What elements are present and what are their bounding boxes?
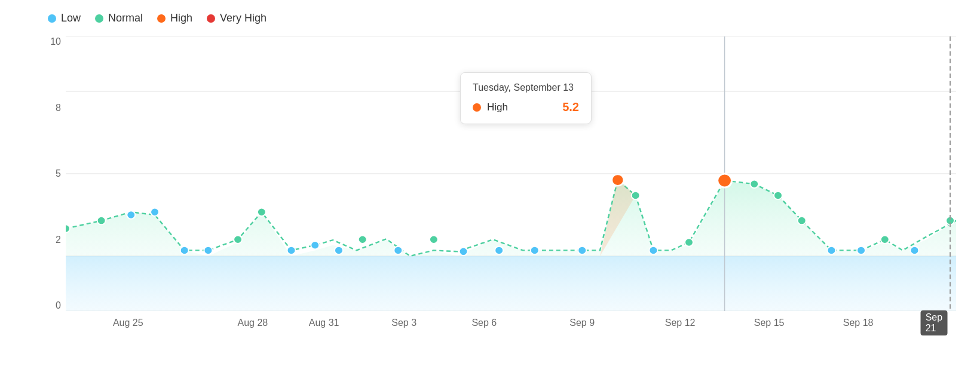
- legend: Low Normal High Very High: [42, 12, 956, 24]
- tooltip-series-label: High: [487, 101, 556, 113]
- legend-dot-low: [48, 14, 56, 23]
- tooltip-date: Tuesday, September 13: [473, 82, 579, 93]
- dot-sep18: [857, 247, 865, 254]
- dot-sep6: [495, 247, 503, 254]
- chart-svg-container: Tuesday, September 13 High 5.2 Aug 25 Au…: [66, 36, 956, 311]
- y-label-8: 8: [42, 103, 66, 113]
- legend-label-very-high: Very High: [220, 12, 267, 24]
- y-label-0: 0: [42, 300, 66, 311]
- x-label-aug28: Aug 28: [238, 318, 268, 328]
- dot-sep11: [649, 247, 657, 254]
- legend-dot-normal: [95, 14, 103, 23]
- tooltip-row: High 5.2: [473, 100, 579, 114]
- legend-item-very-high: Very High: [207, 12, 267, 24]
- dot-aug25-1: [127, 211, 135, 218]
- x-label-sep21: Sep 21: [921, 310, 947, 335]
- y-label-2: 2: [42, 235, 66, 245]
- legend-label-normal: Normal: [108, 12, 143, 24]
- dot-aug31-1: [311, 241, 319, 249]
- low-fill-area: [66, 256, 956, 311]
- dot-sep14: [750, 180, 758, 188]
- dot-sep13-high: [718, 174, 732, 187]
- dot-sep20: [911, 247, 919, 254]
- legend-dot-very-high: [207, 14, 215, 23]
- x-label-sep18: Sep 18: [843, 318, 874, 328]
- dot-aug26: [180, 247, 189, 254]
- tooltip-value: 5.2: [562, 100, 579, 114]
- x-label-sep9: Sep 9: [569, 318, 595, 328]
- dot-sep7: [531, 247, 539, 254]
- chart-container: Low Normal High Very High 0 2 5 8 10: [0, 0, 980, 388]
- legend-label-low: Low: [61, 12, 81, 24]
- x-label-sep15: Sep 15: [754, 318, 785, 328]
- x-label-sep3: Sep 3: [391, 318, 416, 328]
- dot-sep3-1: [394, 247, 402, 254]
- dot-aug27: [204, 247, 212, 254]
- legend-dot-high: [157, 14, 166, 23]
- x-label-sep6: Sep 6: [471, 318, 497, 328]
- dot-aug30: [287, 247, 296, 254]
- dot-aug29: [258, 208, 266, 216]
- legend-item-high: High: [157, 12, 192, 24]
- dot-aug25-2: [151, 208, 159, 216]
- x-label-aug31: Aug 31: [309, 318, 339, 328]
- dot-sep12: [685, 238, 693, 246]
- legend-label-high: High: [170, 12, 192, 24]
- dot-sep17: [827, 247, 835, 254]
- dot-aug28-1: [234, 236, 242, 244]
- x-label-sep12: Sep 12: [665, 318, 696, 328]
- dot-sep3-2: [430, 236, 438, 244]
- legend-item-normal: Normal: [95, 12, 143, 24]
- dot-start: [66, 224, 70, 232]
- tooltip-series-dot: [473, 103, 481, 112]
- y-label-5: 5: [42, 168, 66, 179]
- chart-area: 0 2 5 8 10: [42, 36, 956, 335]
- dot-sep2: [359, 236, 367, 244]
- dot-aug24: [97, 217, 106, 224]
- dot-sep16: [798, 217, 806, 224]
- legend-item-low: Low: [48, 12, 81, 24]
- y-axis: 0 2 5 8 10: [42, 36, 66, 311]
- dot-sep15: [774, 192, 782, 199]
- dot-sep1: [335, 247, 343, 254]
- x-label-aug25: Aug 25: [113, 318, 143, 328]
- dot-sep5: [460, 248, 468, 255]
- tooltip: Tuesday, September 13 High 5.2: [460, 72, 592, 124]
- y-label-10: 10: [42, 36, 66, 47]
- x-axis: Aug 25 Aug 28 Aug 31 Sep 3 Sep 6 Sep 9 S…: [66, 311, 956, 335]
- dot-sep19: [881, 236, 889, 244]
- normal-fill-area: [66, 178, 956, 256]
- dot-sep8: [578, 247, 586, 254]
- dot-sep9-high: [612, 174, 624, 186]
- dot-sep10: [632, 192, 640, 199]
